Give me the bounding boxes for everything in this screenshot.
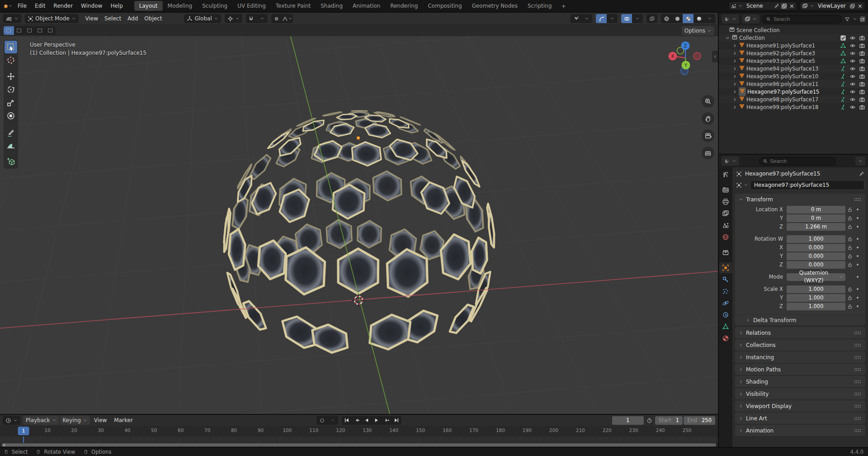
workspace-tab-sculpting[interactable]: Sculpting [197,1,232,11]
transform-panel-header[interactable]: Transform [735,194,865,205]
gizmo-dropdown[interactable] [607,14,618,23]
number-field[interactable]: 1.000 [787,285,845,293]
workspace-tab-shading[interactable]: Shading [316,1,348,11]
mesh-data-icon[interactable] [840,81,846,87]
panel-motion-paths[interactable]: Motion Paths [735,364,865,375]
viewport-menu-select[interactable]: Select [101,14,124,23]
exclude-checkbox[interactable] [840,35,846,41]
next-keyframe-button[interactable] [382,416,392,425]
pivot-point-button[interactable] [225,14,242,23]
hide-eye-icon[interactable] [849,73,856,80]
object-name-field[interactable]: Hexagone97:polySurface15 [750,180,864,190]
shading-dropdown[interactable] [704,14,715,23]
timeline-ruler[interactable]: 1020304050607080901001101201301401501601… [0,426,718,436]
disable-render-icon[interactable] [859,73,865,80]
outliner-search[interactable] [762,15,842,24]
mesh-data-icon[interactable] [840,50,846,57]
outliner-row-hexagone96-polysurface11[interactable]: Hexagone96:polySurface11 [719,80,868,88]
drag-handle-icon[interactable] [854,429,862,432]
number-field[interactable]: 1.000 [787,235,845,243]
previous-keyframe-button[interactable] [352,416,362,425]
timeline-menu-keying[interactable]: Keying [60,416,90,425]
properties-tab-tool[interactable] [719,169,732,180]
outliner-row-hexagone99-polysurface18[interactable]: Hexagone99:polySurface18 [719,103,868,111]
drag-handle-icon[interactable] [854,343,862,347]
play-button[interactable] [372,416,382,425]
camera-view-button[interactable] [702,129,714,142]
expander-icon[interactable] [732,104,737,110]
panel-viewport-display[interactable]: Viewport Display [735,400,865,412]
hide-eye-icon[interactable] [849,58,856,64]
copy-icon[interactable] [781,3,787,9]
tool-move[interactable] [5,70,17,83]
disable-render-icon[interactable] [859,81,865,87]
navigation-gizmo[interactable]: Z X Y [666,39,704,77]
overlays-dropdown[interactable] [632,14,643,23]
viewlayer-selector[interactable]: ViewLayer [800,1,865,10]
properties-tab-modifiers[interactable] [719,274,732,285]
snap-toggle[interactable] [246,14,257,23]
start-frame-field[interactable]: Start1 [655,416,683,425]
playhead[interactable] [23,437,24,443]
expander-icon[interactable] [732,81,737,87]
lock-open-icon[interactable] [847,215,853,221]
hide-eye-icon[interactable] [849,81,856,87]
timeline-scrollbar[interactable] [0,443,718,447]
show-overlays-toggle[interactable] [621,14,632,23]
select-mode-new[interactable] [4,26,14,35]
expander-icon[interactable] [732,96,737,103]
properties-editor-type-button[interactable] [722,157,739,166]
number-field[interactable]: 1.000 [787,294,845,302]
outliner-row-hexagone94-polysurface13[interactable]: Hexagone94:polySurface13 [719,65,868,72]
mesh-data-icon[interactable] [840,96,846,103]
shading-material-button[interactable] [683,14,693,23]
jump-to-start-button[interactable] [342,416,352,425]
rotation-mode-dropdown[interactable]: Quaternion (WXYZ) [787,273,845,281]
properties-options-button[interactable] [855,157,865,166]
mode-selector[interactable]: Object Mode [25,14,79,23]
viewport-canvas[interactable]: User Perspective (1) Collection | Hexago… [0,36,718,414]
outliner-row-hexagone95-polysurface10[interactable]: Hexagone95:polySurface10 [719,72,868,80]
select-mode-invert[interactable] [35,26,45,35]
workspace-tab-layout[interactable]: Layout [134,1,163,11]
workspace-tab-geometry-nodes[interactable]: Geometry Nodes [467,1,523,11]
disable-render-icon[interactable] [859,96,865,103]
drag-handle-icon[interactable] [854,417,862,420]
timeline-menu-playback[interactable]: Playback [23,416,59,425]
hide-eye-icon[interactable] [849,35,856,41]
expander-icon[interactable] [732,43,737,49]
copy-icon[interactable] [849,3,855,9]
outliner-row-hexagone98-polysurface17[interactable]: Hexagone98:polySurface17 [719,95,868,103]
shading-solid-button[interactable] [672,14,683,23]
close-icon[interactable] [857,3,863,9]
workspace-tab-uv-editing[interactable]: UV Editing [232,1,271,11]
properties-search-input[interactable] [770,158,831,164]
menu-render[interactable]: Render [49,1,77,10]
close-icon[interactable] [789,3,795,9]
stopwatch-icon[interactable] [646,418,652,423]
workspace-tab-animation[interactable]: Animation [348,1,385,11]
lock-open-icon[interactable] [847,262,853,267]
viewport-menu-view[interactable]: View [82,14,101,23]
sidebar-collapse-arrow[interactable] [712,51,718,62]
animate-property-dot[interactable] [854,288,861,290]
chevron-down-icon[interactable] [744,183,748,187]
tool-scale[interactable] [5,96,17,109]
panel-visibility[interactable]: Visibility [735,388,865,399]
hide-eye-icon[interactable] [849,43,856,49]
new-collection-icon[interactable] [860,16,865,22]
outliner-search-input[interactable] [774,16,838,22]
hide-eye-icon[interactable] [849,50,856,57]
workspace-tab-scripting[interactable]: Scripting [523,1,557,11]
panel-animation[interactable]: Animation [735,425,865,436]
disable-render-icon[interactable] [859,50,865,57]
proportional-edit-toggle[interactable] [271,14,282,23]
outliner-row-scene-collection[interactable]: Scene Collection [719,26,868,34]
snap-settings-button[interactable] [257,14,268,23]
lock-open-icon[interactable] [847,236,853,242]
mesh-data-icon[interactable] [840,73,846,80]
filter-funnel-icon[interactable] [844,16,850,22]
tool-cursor[interactable] [5,54,17,66]
lock-open-icon[interactable] [847,224,853,229]
auto-keying-toggle[interactable] [316,416,327,425]
